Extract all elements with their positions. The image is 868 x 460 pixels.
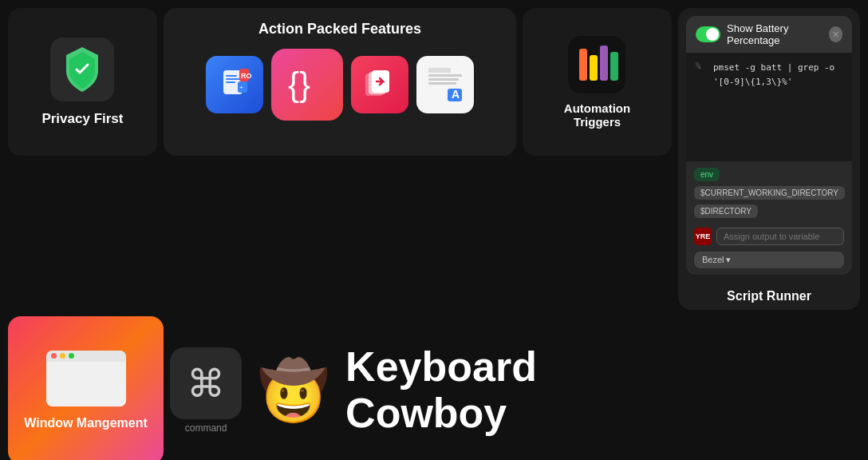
var-icon: YRE <box>694 228 712 245</box>
privacy-label: Privacy First <box>41 111 123 127</box>
privacy-first-card: Privacy First <box>8 8 157 156</box>
svg-rect-4 <box>226 81 235 83</box>
svg-rect-3 <box>226 78 240 80</box>
automation-label: Automation Triggers <box>564 101 630 129</box>
svg-text:RO: RO <box>241 72 252 80</box>
row-1: Privacy First Action Packed Features RO <box>8 8 860 310</box>
cwd-tag[interactable]: $CURRENT_WORKING_DIRECTORY <box>694 186 845 200</box>
action-packed-title: Action Packed Features <box>176 21 503 38</box>
toggle-on[interactable] <box>696 26 720 42</box>
action-packed-card: Action Packed Features RO + <box>164 8 516 156</box>
svg-rect-23 <box>610 52 618 81</box>
close-button[interactable]: ✕ <box>829 26 842 42</box>
keyboard-cowboy-card: ⌘ command 🤠 KeyboardCowboy <box>170 316 537 460</box>
script-titlebar: Show Battery Percentage ✕ <box>686 16 852 53</box>
code-text: pmset -g batt | grep -o '[0-9]\{1,3\}%' <box>713 61 842 153</box>
cowboy-hat-area: 🤠 <box>258 362 329 419</box>
script-tags: env $CURRENT_WORKING_DIRECTORY $DIRECTOR… <box>686 161 852 224</box>
script-window: Show Battery Percentage ✕ % pmset -g bat… <box>686 16 852 275</box>
max-dot <box>69 353 74 359</box>
shield-icon <box>50 38 114 101</box>
cowboy-title: KeyboardCowboy <box>345 344 537 435</box>
svg-text:{}: {} <box>288 65 310 103</box>
toggle-row: Show Battery Percentage <box>696 22 829 46</box>
window-titlebar <box>46 351 126 362</box>
cmd-box: ⌘ command <box>170 347 242 434</box>
feature-icon-2: {} <box>271 49 343 121</box>
env-tag: env <box>694 168 720 181</box>
code-area: % pmset -g batt | grep -o '[0-9]\{1,3\}%… <box>686 53 852 161</box>
svg-rect-21 <box>590 55 598 81</box>
main-layout: Privacy First Action Packed Features RO <box>0 0 868 460</box>
arrow-icon <box>362 67 397 102</box>
script-title: Show Battery Percentage <box>727 22 829 46</box>
svg-text:A: A <box>452 88 460 101</box>
script-runner-label: Script Runner <box>678 283 860 310</box>
bezel-button[interactable]: Bezel ▾ <box>694 252 844 268</box>
braces-icon: {} <box>285 62 329 107</box>
window-body <box>46 362 126 406</box>
svg-rect-17 <box>428 82 456 85</box>
feature-icon-4: A <box>416 56 474 113</box>
svg-rect-14 <box>428 68 451 73</box>
svg-text:+: + <box>239 84 243 91</box>
document-icon: RO + <box>217 67 252 102</box>
features-icons: RO + {} <box>176 49 503 121</box>
script-runner-card: Show Battery Percentage ✕ % pmset -g bat… <box>678 8 860 310</box>
automation-icon <box>568 36 625 93</box>
var-input[interactable] <box>716 228 844 245</box>
svg-rect-20 <box>579 49 587 81</box>
min-dot <box>60 353 65 359</box>
svg-rect-16 <box>428 78 459 81</box>
row-2: Window Mangement ⌘ command 🤠 KeyboardCow… <box>8 316 860 460</box>
var-row: YRE <box>686 224 852 252</box>
cmd-label: command <box>185 422 227 434</box>
window-management-card: Window Mangement <box>8 316 164 460</box>
bars-icon <box>573 41 621 89</box>
window-mockup <box>46 351 126 406</box>
automation-card: Automation Triggers <box>523 8 672 156</box>
text-icon: A <box>425 65 465 105</box>
cmd-symbol: ⌘ <box>187 361 225 406</box>
svg-rect-22 <box>600 46 608 81</box>
svg-rect-2 <box>226 75 237 77</box>
svg-rect-15 <box>428 74 462 77</box>
close-dot <box>51 353 57 359</box>
code-prompt: % <box>696 61 707 153</box>
dir-tag[interactable]: $DIRECTORY <box>694 204 758 218</box>
feature-icon-1: RO + <box>206 56 263 113</box>
window-management-label: Window Mangement <box>24 416 148 430</box>
feature-icon-3 <box>351 56 408 113</box>
cmd-icon: ⌘ <box>170 347 242 419</box>
